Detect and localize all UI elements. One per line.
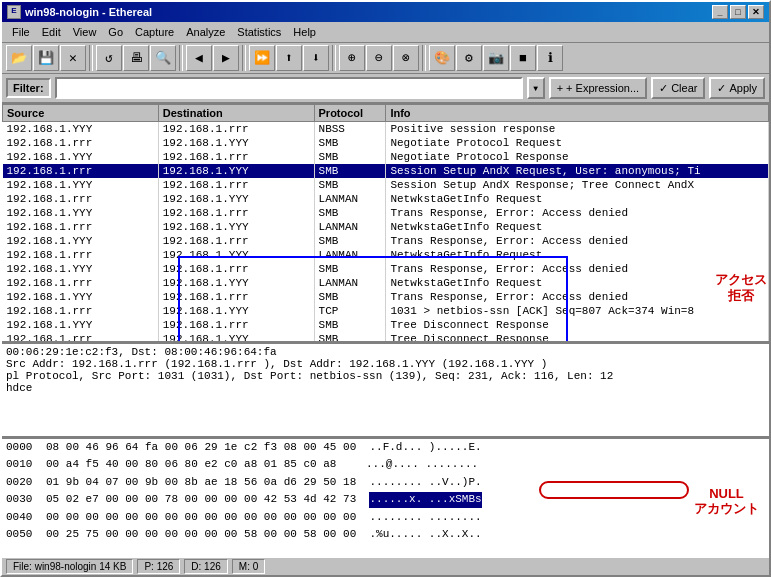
cell-source: 192.168.1.rrr: [3, 304, 159, 318]
hex-ascii: ...@.... ........: [366, 457, 478, 472]
cell-protocol: TCP: [314, 304, 386, 318]
toolbar-sep4: [332, 45, 336, 71]
hex-ascii: ........ ..V..)P.: [369, 475, 481, 490]
checkmark-icon: ✓: [659, 82, 668, 95]
menu-view[interactable]: View: [67, 24, 103, 40]
expression-button[interactable]: + + Expression...: [549, 77, 648, 99]
save-button[interactable]: 💾: [33, 45, 59, 71]
find-button[interactable]: 🔍: [150, 45, 176, 71]
reload-button[interactable]: ↺: [96, 45, 122, 71]
menu-help[interactable]: Help: [287, 24, 322, 40]
table-row[interactable]: 192.168.1.rrr 192.168.1.YYY LANMAN Netwk…: [3, 192, 769, 206]
filter-input[interactable]: [55, 77, 523, 99]
detail-line: pl Protocol, Src Port: 1031 (1031), Dst …: [6, 370, 765, 382]
toolbar-sep1: [89, 45, 93, 71]
zoom-fit-button[interactable]: ⊗: [393, 45, 419, 71]
menu-go[interactable]: Go: [102, 24, 129, 40]
clear-label: Clear: [671, 82, 697, 94]
col-source[interactable]: Source: [3, 105, 159, 122]
cell-dest: 192.168.1.YYY: [158, 192, 314, 206]
cell-info: NetwkstaGetInfo Request: [386, 276, 769, 290]
menu-bar: File Edit View Go Capture Analyze Statis…: [2, 22, 769, 43]
toolbar-sep2: [179, 45, 183, 71]
table-row[interactable]: 192.168.1.rrr 192.168.1.YYY SMB Session …: [3, 164, 769, 178]
hex-bytes: 00 a4 f5 40 00 80 06 80 e2 c0 a8 01 85 c…: [46, 457, 366, 472]
cell-source: 192.168.1.rrr: [3, 332, 159, 341]
table-row[interactable]: 192.168.1.YYY 192.168.1.rrr NBSS Positiv…: [3, 122, 769, 137]
hex-bytes: 01 9b 04 07 00 9b 00 8b ae 18 56 0a d6 2…: [46, 475, 369, 490]
hex-offset: 0040: [6, 510, 46, 525]
table-row[interactable]: 192.168.1.YYY 192.168.1.rrr SMB Trans Re…: [3, 290, 769, 304]
zoom-in-button[interactable]: ⊕: [339, 45, 365, 71]
expression-label: + Expression...: [566, 82, 639, 94]
menu-capture[interactable]: Capture: [129, 24, 180, 40]
minimize-button[interactable]: _: [712, 5, 728, 19]
col-info[interactable]: Info: [386, 105, 769, 122]
menu-file[interactable]: File: [6, 24, 36, 40]
hex-ascii: ........ ........: [369, 510, 481, 525]
table-row[interactable]: 192.168.1.YYY 192.168.1.rrr SMB Negotiat…: [3, 150, 769, 164]
forward-button[interactable]: ▶: [213, 45, 239, 71]
hex-panel[interactable]: 0000 08 00 46 96 64 fa 00 06 29 1e c2 f3…: [2, 439, 769, 557]
colorize-button[interactable]: 🎨: [429, 45, 455, 71]
table-row[interactable]: 192.168.1.rrr 192.168.1.YYY LANMAN Netwk…: [3, 276, 769, 290]
hex-offset: 0020: [6, 475, 46, 490]
go-up-button[interactable]: ⬆: [276, 45, 302, 71]
table-row[interactable]: 192.168.1.YYY 192.168.1.rrr SMB Trans Re…: [3, 234, 769, 248]
cell-dest: 192.168.1.rrr: [158, 262, 314, 276]
go-first-button[interactable]: ⏩: [249, 45, 275, 71]
apply-check-icon: ✓: [717, 82, 726, 95]
cell-info: Trans Response, Error: Access denied: [386, 234, 769, 248]
cell-dest: 192.168.1.YYY: [158, 164, 314, 178]
clear-button[interactable]: ✓ Clear: [651, 77, 705, 99]
table-row[interactable]: 192.168.1.rrr 192.168.1.YYY SMB Tree Dis…: [3, 332, 769, 341]
table-row[interactable]: 192.168.1.YYY 192.168.1.rrr SMB Tree Dis…: [3, 318, 769, 332]
table-row[interactable]: 192.168.1.YYY 192.168.1.rrr SMB Session …: [3, 178, 769, 192]
cell-info: Trans Response, Error: Access denied: [386, 206, 769, 220]
cell-protocol: SMB: [314, 136, 386, 150]
table-row[interactable]: 192.168.1.rrr 192.168.1.YYY SMB Negotiat…: [3, 136, 769, 150]
cell-protocol: SMB: [314, 332, 386, 341]
open-button[interactable]: 📂: [6, 45, 32, 71]
table-row[interactable]: 192.168.1.YYY 192.168.1.rrr SMB Trans Re…: [3, 262, 769, 276]
cell-info: Trans Response, Error: Access denied: [386, 262, 769, 276]
col-protocol[interactable]: Protocol: [314, 105, 386, 122]
detail-panel[interactable]: 00:06:29:1e:c2:f3, Dst: 08:00:46:96:64:f…: [2, 344, 769, 439]
close-file-button[interactable]: ✕: [60, 45, 86, 71]
close-button[interactable]: ✕: [748, 5, 764, 19]
cell-source: 192.168.1.YYY: [3, 178, 159, 192]
cell-source: 192.168.1.YYY: [3, 262, 159, 276]
cell-source: 192.168.1.rrr: [3, 220, 159, 234]
menu-statistics[interactable]: Statistics: [231, 24, 287, 40]
cell-protocol: LANMAN: [314, 192, 386, 206]
apply-button[interactable]: ✓ Apply: [709, 77, 765, 99]
cell-dest: 192.168.1.rrr: [158, 122, 314, 137]
detail-line: 00:06:29:1e:c2:f3, Dst: 08:00:46:96:64:f…: [6, 346, 765, 358]
zoom-out-button[interactable]: ⊖: [366, 45, 392, 71]
stop-capture-button[interactable]: ■: [510, 45, 536, 71]
packet-list[interactable]: Source Destination Protocol Info 192.168…: [2, 104, 769, 341]
filter-dropdown[interactable]: ▼: [527, 77, 545, 99]
table-row[interactable]: 192.168.1.rrr 192.168.1.YYY TCP 1031 > n…: [3, 304, 769, 318]
table-row[interactable]: 192.168.1.rrr 192.168.1.YYY LANMAN Netwk…: [3, 248, 769, 262]
hex-ascii: ..F.d... ).....E.: [369, 440, 481, 455]
cell-dest: 192.168.1.YYY: [158, 136, 314, 150]
capture-button[interactable]: 📷: [483, 45, 509, 71]
hex-bytes: 05 02 e7 00 00 00 78 00 00 00 00 42 53 4…: [46, 492, 369, 507]
print-button[interactable]: 🖶: [123, 45, 149, 71]
status-m: M: 0: [232, 559, 265, 574]
prefs-button[interactable]: ⚙: [456, 45, 482, 71]
info-button[interactable]: ℹ: [537, 45, 563, 71]
menu-edit[interactable]: Edit: [36, 24, 67, 40]
menu-analyze[interactable]: Analyze: [180, 24, 231, 40]
col-dest[interactable]: Destination: [158, 105, 314, 122]
table-row[interactable]: 192.168.1.YYY 192.168.1.rrr SMB Trans Re…: [3, 206, 769, 220]
cell-info: Session Setup AndX Response; Tree Connec…: [386, 178, 769, 192]
back-button[interactable]: ◀: [186, 45, 212, 71]
cell-protocol: SMB: [314, 290, 386, 304]
table-row[interactable]: 192.168.1.rrr 192.168.1.YYY LANMAN Netwk…: [3, 220, 769, 234]
cell-source: 192.168.1.rrr: [3, 192, 159, 206]
go-down-button[interactable]: ⬇: [303, 45, 329, 71]
cell-info: Positive session response: [386, 122, 769, 137]
maximize-button[interactable]: □: [730, 5, 746, 19]
